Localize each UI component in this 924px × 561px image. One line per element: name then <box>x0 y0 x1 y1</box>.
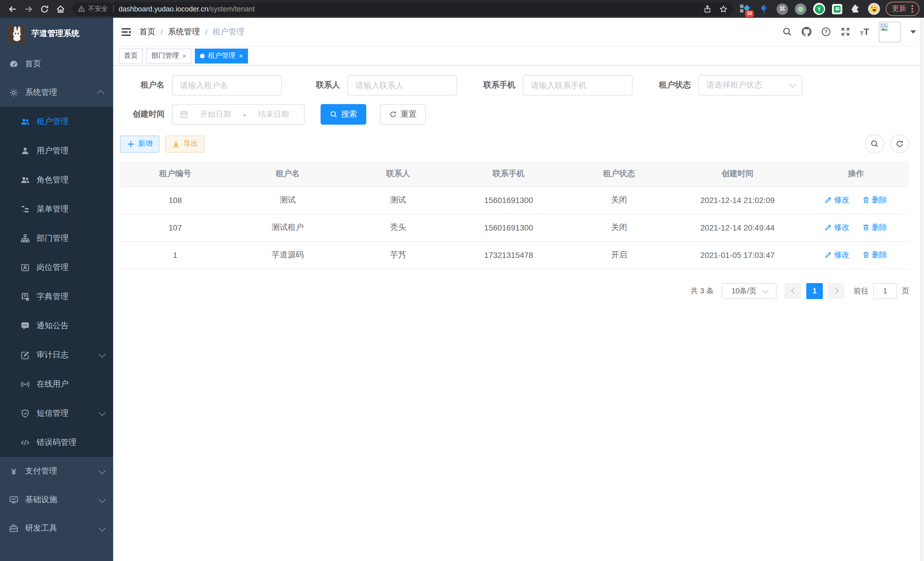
extensions-puzzle-icon[interactable] <box>849 3 861 15</box>
edit-link[interactable]: 修改 <box>825 195 850 205</box>
search-button[interactable]: 搜索 <box>321 104 366 125</box>
page-scrollbar[interactable] <box>921 18 924 561</box>
export-button[interactable]: 导出 <box>165 135 205 152</box>
search-icon[interactable] <box>782 27 792 37</box>
close-icon[interactable]: × <box>182 52 186 60</box>
add-button[interactable]: 新增 <box>120 135 159 152</box>
chevron-down-icon <box>762 287 769 293</box>
svg-text:?: ? <box>825 29 828 35</box>
sidebar-item-dev-tools[interactable]: 研发工具 <box>0 514 113 543</box>
reset-button[interactable]: 重置 <box>380 104 426 125</box>
mobile-label: 联系手机 <box>471 80 515 90</box>
sidebar-item-system[interactable]: 系统管理 <box>0 78 113 107</box>
sidebar-item-dict[interactable]: 字典管理 <box>0 282 113 311</box>
chevron-down-icon <box>99 524 106 531</box>
edit-link[interactable]: 修改 <box>825 250 850 260</box>
fullscreen-icon[interactable] <box>841 27 850 37</box>
sidebar-item-menu[interactable]: 菜单管理 <box>0 194 113 224</box>
navbar: 首页 / 系统管理 / 租户管理 ? <box>113 18 924 46</box>
user-menu-caret-icon[interactable] <box>910 30 916 33</box>
app-logo-rabbit-image <box>8 25 26 43</box>
delete-link[interactable]: 删除 <box>862 250 887 260</box>
browser-back-icon[interactable] <box>4 1 21 17</box>
sidebar-item-online-users[interactable]: 在线用户 <box>0 369 113 399</box>
breadcrumb-system[interactable]: 系统管理 <box>168 27 200 37</box>
sidebar-item-dept[interactable]: 部门管理 <box>0 224 113 253</box>
goto-page-input[interactable] <box>873 283 897 299</box>
command-extension-icon[interactable]: ⌘ <box>777 3 788 15</box>
prev-page-button[interactable] <box>784 283 801 299</box>
y-extension-icon[interactable]: Y <box>813 3 825 15</box>
create-time-range-picker[interactable]: 开始日期 - 结束日期 <box>172 104 304 125</box>
contact-input[interactable] <box>356 81 449 90</box>
page-number-current[interactable]: 1 <box>806 283 823 299</box>
refresh-table-button[interactable] <box>890 134 909 153</box>
sidebar-item-post[interactable]: 岗位管理 <box>0 253 113 282</box>
sidebar-item-sms[interactable]: 短信管理 <box>0 399 113 428</box>
sidebar-item-payment[interactable]: ¥ 支付管理 <box>0 457 113 486</box>
close-icon[interactable]: × <box>239 52 243 60</box>
chevron-left-icon <box>791 288 796 294</box>
tab-tenant[interactable]: 租户管理 × <box>195 48 248 63</box>
book-gear-icon <box>21 292 30 301</box>
sidebar-item-notice[interactable]: 通知公告 <box>0 311 113 340</box>
download-icon <box>172 140 180 148</box>
sidebar-item-role[interactable]: 角色管理 <box>0 165 113 194</box>
sidebar-collapse-icon[interactable] <box>121 27 131 37</box>
contact-label: 联系人 <box>296 80 340 90</box>
recorder-extension-icon[interactable] <box>795 3 806 15</box>
toggle-search-button[interactable] <box>865 134 884 153</box>
browser-menu-icon[interactable] <box>911 5 913 13</box>
chevron-down-icon <box>99 467 106 474</box>
share-icon[interactable] <box>704 5 711 13</box>
bookmark-star-icon[interactable] <box>719 5 728 13</box>
sidebar-item-error-code[interactable]: 错误码管理 <box>0 428 113 457</box>
url-text[interactable]: dashboard.yudao.iocoder.cn/system/tenant <box>118 5 255 13</box>
delete-link[interactable]: 删除 <box>862 195 887 205</box>
avatar[interactable] <box>879 21 901 42</box>
app-logo-row[interactable]: 芋道管理系统 <box>0 18 113 50</box>
system-submenu: 租户管理 用户管理 角色管理 <box>0 107 113 457</box>
sidebar-item-tenant[interactable]: 租户管理 <box>0 107 113 136</box>
browser-home-icon[interactable] <box>52 1 69 17</box>
translate-extension-icon[interactable] <box>832 4 842 14</box>
help-icon[interactable]: ? <box>821 27 831 37</box>
tab-manager-extension-icon[interactable]: 10 <box>739 3 751 15</box>
date-separator: - <box>243 110 246 119</box>
edit-link[interactable]: 修改 <box>825 223 850 233</box>
search-icon <box>330 110 338 118</box>
github-icon[interactable] <box>802 27 812 37</box>
tab-dept[interactable]: 部门管理 × <box>146 48 191 63</box>
tenant-name-input[interactable] <box>180 81 274 90</box>
pencil-icon <box>825 224 832 231</box>
col-contact: 联系人 <box>345 161 452 186</box>
search-icon <box>870 140 879 148</box>
font-size-icon[interactable]: TT <box>860 27 869 36</box>
delete-link[interactable]: 删除 <box>862 223 887 233</box>
tab-home[interactable]: 首页 <box>119 48 143 63</box>
breadcrumb-home[interactable]: 首页 <box>140 27 155 37</box>
security-warning[interactable]: 不安全 <box>78 5 108 13</box>
balloon-extension-icon[interactable] <box>758 3 770 15</box>
next-page-button[interactable] <box>828 283 844 299</box>
status-label: 租户状态 <box>646 80 691 90</box>
sidebar-item-infra[interactable]: 基础设施 <box>0 486 113 514</box>
browser-reload-icon[interactable] <box>37 1 52 17</box>
col-operations: 操作 <box>802 161 909 186</box>
page-size-select[interactable]: 10条/页 <box>722 283 777 299</box>
sidebar-item-audit-log[interactable]: 审计日志 <box>0 340 113 369</box>
dashboard-icon <box>9 59 18 69</box>
table-row: 1 芋道源码 芋艿 17321315478 开启 2021-01-05 17:0… <box>120 241 909 269</box>
status-select[interactable]: 请选择租户状态 <box>698 75 802 96</box>
mobile-input[interactable] <box>531 81 625 90</box>
col-tenant-name: 租户名 <box>231 161 345 186</box>
chrome-update-button[interactable]: 更新 <box>886 2 920 16</box>
sidebar-item-user[interactable]: 用户管理 <box>0 136 113 165</box>
emoji-extension-icon[interactable] <box>868 3 880 15</box>
browser-forward-icon[interactable] <box>21 1 37 17</box>
chevron-down-icon <box>99 350 106 357</box>
sidebar-item-home[interactable]: 首页 <box>0 50 113 78</box>
plus-icon <box>127 140 135 148</box>
address-bar[interactable]: 不安全 dashboard.yudao.iocoder.cn/system/te… <box>72 2 733 16</box>
chevron-right-icon <box>832 288 838 294</box>
